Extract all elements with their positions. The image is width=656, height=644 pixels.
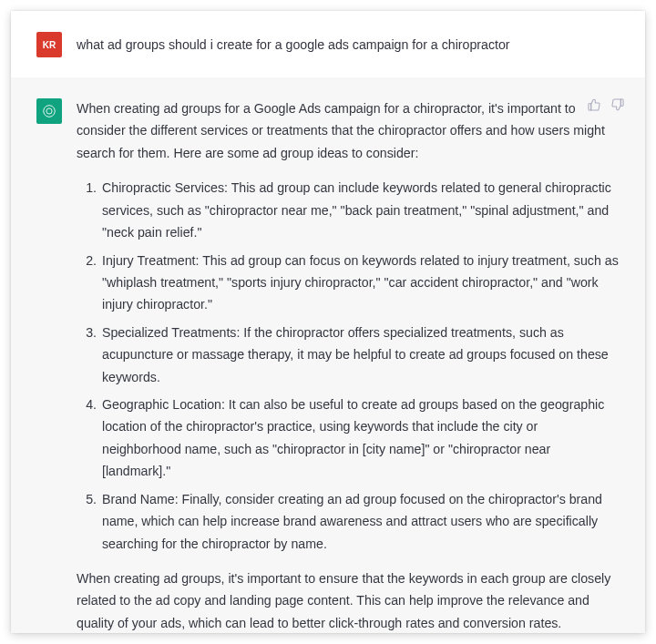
- assistant-message-content: When creating ad groups for a Google Ads…: [77, 97, 620, 633]
- thumbs-down-icon[interactable]: [610, 97, 625, 112]
- thumbs-up-icon[interactable]: [587, 97, 601, 112]
- user-avatar: KR: [36, 32, 62, 57]
- assistant-message-row: When creating ad groups for a Google Ads…: [11, 77, 645, 633]
- user-avatar-initials: KR: [43, 40, 56, 50]
- list-item: Injury Treatment: This ad group can focu…: [100, 250, 620, 316]
- list-item: Chiropractic Services: This ad group can…: [100, 177, 620, 243]
- list-item: Geographic Location: It can also be usef…: [100, 394, 620, 483]
- openai-logo-icon: [41, 103, 57, 119]
- assistant-numbered-list: Chiropractic Services: This ad group can…: [77, 177, 620, 555]
- feedback-controls: [587, 97, 625, 112]
- svg-point-0: [46, 108, 52, 114]
- assistant-intro: When creating ad groups for a Google Ads…: [77, 97, 620, 164]
- list-item: Brand Name: Finally, consider creating a…: [100, 488, 620, 555]
- user-message-row: KR what ad groups should i create for a …: [11, 11, 645, 77]
- assistant-outro: When creating ad groups, it's important …: [77, 567, 620, 633]
- list-item: Specialized Treatments: If the chiroprac…: [100, 322, 620, 388]
- chat-card: KR what ad groups should i create for a …: [11, 11, 645, 633]
- assistant-avatar: [36, 98, 62, 124]
- user-message-text: what ad groups should i create for a goo…: [77, 31, 620, 56]
